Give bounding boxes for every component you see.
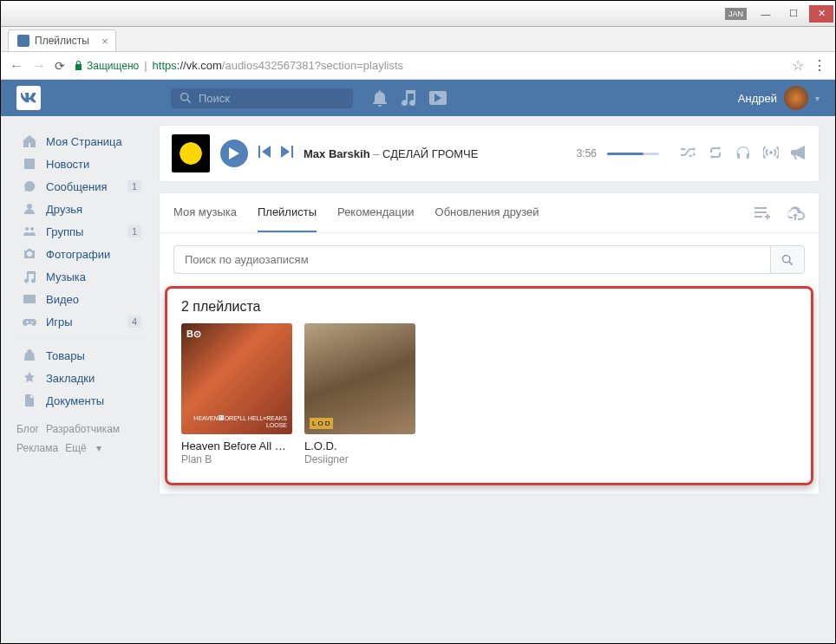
minimize-button[interactable]: — — [754, 5, 778, 23]
forward-button[interactable]: → — [32, 58, 46, 74]
playlists-grid: Heaven Before All Hell ... Plan B L.O.D.… — [181, 323, 797, 465]
playlist-cover — [304, 323, 415, 434]
bookmark-icon — [22, 371, 37, 385]
prev-button[interactable] — [258, 146, 271, 161]
sidebar-item-photos[interactable]: Фотографии — [16, 243, 147, 265]
music-icon[interactable] — [402, 90, 415, 106]
track-artwork — [172, 134, 210, 172]
megaphone-icon[interactable] — [791, 146, 807, 159]
foot-blog[interactable]: Блог — [16, 423, 39, 435]
tab-my-music[interactable]: Моя музыка — [173, 193, 237, 232]
playlist-item[interactable]: Heaven Before All Hell ... Plan B — [181, 323, 292, 465]
favicon-icon — [17, 35, 29, 47]
foot-dev[interactable]: Разработчикам — [46, 423, 120, 435]
sidebar-item-messages[interactable]: Сообщения1 — [16, 175, 147, 198]
tab-title: Плейлисты — [35, 35, 89, 47]
photo-icon — [22, 247, 37, 261]
avatar — [784, 86, 808, 110]
sidebar-item-mypage[interactable]: Моя Страница — [16, 130, 147, 153]
add-playlist-icon[interactable] — [754, 205, 772, 219]
volume-slider[interactable] — [607, 153, 659, 155]
audio-search-button[interactable] — [770, 245, 805, 274]
bookmark-star-icon[interactable]: ☆ — [792, 57, 804, 74]
games-icon — [22, 315, 37, 329]
reload-button[interactable]: ⟳ — [55, 59, 65, 73]
groups-icon — [22, 224, 37, 238]
bell-icon[interactable] — [372, 89, 388, 107]
tab-playlists[interactable]: Плейлисты — [258, 193, 317, 232]
vk-logo[interactable] — [16, 86, 41, 110]
header-icons — [372, 89, 447, 107]
play-box-icon[interactable] — [429, 91, 447, 105]
playlists-title: 2 плейлиста — [181, 289, 797, 323]
playlist-artist: Desiigner — [304, 453, 415, 465]
user-name: Андрей — [738, 92, 777, 105]
tab-friends-updates[interactable]: Обновления друзей — [435, 193, 539, 232]
address-bar: ← → ⟳ Защищено | https://vk.com/audios43… — [1, 52, 835, 80]
docs-icon — [22, 394, 37, 407]
url-field[interactable]: Защищено | https://vk.com/audios43256738… — [74, 59, 783, 72]
close-button[interactable]: ✕ — [809, 5, 833, 23]
headphones-icon[interactable] — [735, 146, 751, 161]
browser-menu-icon[interactable]: ⋮ — [813, 57, 826, 74]
vk-header: Поиск Андрей ▾ — [1, 80, 835, 116]
sidebar-item-docs[interactable]: Документы — [16, 389, 147, 412]
player-controls — [680, 146, 807, 161]
playlist-name: L.O.D. — [304, 439, 415, 452]
back-button[interactable]: ← — [10, 58, 23, 74]
msg-icon — [22, 179, 37, 193]
search-row — [160, 233, 819, 286]
url-path: /audios432567381?section=playlists — [222, 59, 403, 72]
shuffle-icon[interactable] — [680, 146, 696, 159]
track-info: Max Barskih – СДЕЛАЙ ГРОМЧЕ — [304, 147, 566, 160]
maximize-button[interactable]: ☐ — [781, 5, 806, 23]
header-search[interactable]: Поиск — [171, 88, 353, 108]
playlist-item[interactable]: L.O.D. Desiigner — [304, 323, 415, 465]
playlist-name: Heaven Before All Hell ... — [181, 439, 292, 452]
foot-ads[interactable]: Реклама — [16, 442, 58, 454]
sidebar-item-music[interactable]: Музыка — [16, 265, 147, 288]
content: Max Barskih – СДЕЛАЙ ГРОМЧЕ 3:56 Моя муз… — [159, 125, 820, 495]
tab-close-icon[interactable]: × — [101, 35, 108, 48]
url-scheme: https — [153, 59, 177, 72]
music-panel: Моя музыка Плейлисты Рекомендации Обновл… — [159, 192, 820, 495]
sidebar-item-video[interactable]: Видео — [16, 288, 147, 310]
audio-search-input[interactable] — [173, 245, 770, 274]
search-placeholder: Поиск — [199, 92, 230, 105]
playlist-cover — [181, 323, 292, 434]
track-time: 3:56 — [577, 147, 597, 159]
chevron-down-icon: ▾ — [815, 94, 820, 103]
sidebar-item-games[interactable]: Игры4 — [16, 310, 147, 333]
browser-tabbar: Плейлисты × — [1, 27, 835, 52]
badge: 1 — [127, 180, 141, 192]
foot-more[interactable]: Ещё ▾ — [65, 442, 101, 454]
sidebar-item-market[interactable]: Товары — [16, 344, 147, 367]
sidebar-item-friends[interactable]: Друзья — [16, 198, 147, 220]
video-icon — [22, 292, 37, 306]
broadcast-icon[interactable] — [763, 146, 779, 159]
music-sb-icon — [22, 270, 37, 283]
playlists-highlight: 2 плейлиста Heaven Before All Hell ... P… — [165, 286, 813, 485]
sidebar: Моя Страница Новости Сообщения1 Друзья Г… — [16, 125, 147, 495]
friends-icon — [22, 202, 37, 216]
sidebar-footer: БлогРазработчикам РекламаЕщё ▾ — [16, 420, 147, 458]
home-icon — [22, 134, 37, 148]
next-button[interactable] — [281, 146, 293, 161]
sidebar-item-groups[interactable]: Группы1 — [16, 220, 147, 243]
play-button[interactable] — [220, 140, 248, 167]
news-icon — [22, 157, 37, 171]
browser-tab[interactable]: Плейлисты × — [8, 29, 116, 51]
playlist-artist: Plan B — [181, 453, 292, 465]
user-menu[interactable]: Андрей ▾ — [738, 86, 820, 110]
badge: 4 — [127, 315, 141, 328]
sidebar-item-bookmarks[interactable]: Закладки — [16, 367, 147, 389]
window-titlebar: JAN — ☐ ✕ — [1, 1, 835, 27]
upload-cloud-icon[interactable] — [786, 205, 805, 221]
repeat-icon[interactable] — [708, 146, 723, 159]
sidebar-item-news[interactable]: Новости — [16, 153, 147, 175]
search-icon — [180, 92, 192, 104]
music-tabs: Моя музыка Плейлисты Рекомендации Обновл… — [160, 193, 819, 233]
market-icon — [22, 348, 37, 362]
tab-recommendations[interactable]: Рекомендации — [337, 193, 415, 232]
separator — [16, 338, 147, 339]
